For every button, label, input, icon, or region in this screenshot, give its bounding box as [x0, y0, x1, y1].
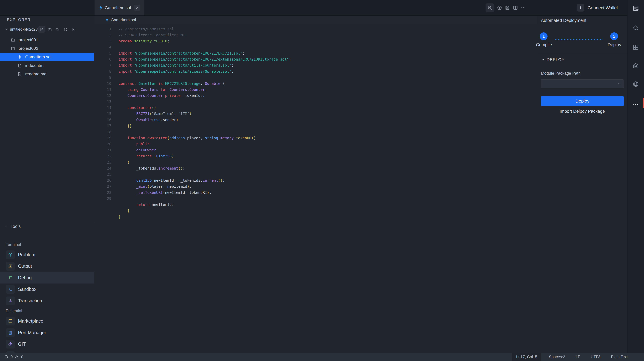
tool-item-label: Transaction	[18, 298, 42, 304]
close-icon	[136, 6, 139, 9]
line-content: import "@openzeppelin/contracts/utils/Co…	[118, 62, 234, 68]
tool-item-label: Sandbox	[18, 287, 36, 292]
code-line: 26 uint256 newItemId = _tokenIds.current…	[94, 177, 537, 184]
line-content: import "@openzeppelin/contracts/access/O…	[118, 68, 234, 74]
line-content: import "@openzeppelin/contracts/token/ER…	[118, 50, 245, 56]
file-tree: project001project002GameItem.solindex.ht…	[0, 35, 94, 78]
tool-item-transaction[interactable]: Transaction	[0, 295, 94, 307]
tools-section-header[interactable]: Tools	[4, 224, 21, 229]
error-count: 0	[10, 355, 12, 359]
status-item-ln17-col15[interactable]: Ln17, Col15	[512, 353, 541, 361]
tools-list: TerminalProblemOutputDebugSandboxTransac…	[0, 240, 94, 361]
more-horizontal-icon[interactable]	[521, 5, 526, 10]
line-content: Counters.Counter private _tokenIds;	[118, 93, 205, 99]
search-icon[interactable]	[632, 24, 639, 31]
import-deploy-package-link[interactable]: Import Delpoy Package	[537, 109, 627, 114]
save-icon[interactable]	[505, 5, 510, 10]
tool-item-sandbox[interactable]: Sandbox	[0, 284, 94, 295]
tool-item-label: Debug	[18, 275, 32, 281]
line-number: 1	[94, 26, 111, 32]
code-line: 4	[94, 44, 537, 50]
tool-item-port-manager[interactable]: Port Manager	[0, 327, 94, 338]
workspace-row[interactable]: untitled-bfd2c23...	[0, 25, 94, 33]
code-home-icon[interactable]	[632, 62, 639, 69]
folder-icon	[11, 46, 15, 51]
refresh-icon[interactable]	[62, 26, 69, 33]
plus-icon	[577, 4, 584, 11]
search-files-icon[interactable]	[54, 26, 61, 33]
tool-item-marketplace[interactable]: Marketplace	[0, 315, 94, 327]
chevron-down-icon	[618, 82, 621, 86]
code-line: 15 ERC721("GameItem", "ITM")	[94, 111, 537, 117]
code-line: 21 onlyOwner	[94, 147, 537, 153]
step-compile-label: Compile	[536, 42, 552, 47]
deploy-section-header[interactable]: DEPLOY	[541, 57, 565, 62]
tool-group-label: Terminal	[0, 240, 94, 249]
deploy-button[interactable]: Deploy	[541, 96, 624, 106]
line-number: 11	[94, 87, 111, 93]
workspace-name: untitled-bfd2c23...	[10, 27, 41, 32]
tools-header-label: Tools	[10, 224, 21, 229]
code-area[interactable]: 1// contracts/GameItem.sol2// SPDX-Licen…	[94, 26, 537, 220]
tool-item-problem[interactable]: Problem	[0, 249, 94, 260]
status-item-spaces-2[interactable]: Spaces:2	[545, 353, 569, 361]
folder-icon	[11, 38, 15, 42]
step-deploy[interactable]: 2	[610, 32, 618, 40]
tool-item-output[interactable]: Output	[0, 260, 94, 272]
zoom-out-icon[interactable]	[486, 3, 494, 12]
file-row-gameitem-sol[interactable]: GameItem.sol	[0, 53, 94, 61]
file-row-project001[interactable]: project001	[0, 35, 94, 44]
line-content: pragma solidity ^0.8.0;	[118, 38, 170, 44]
code-line: 19 function awardItem(address player, st…	[94, 135, 537, 141]
markdown-file-icon	[18, 72, 22, 76]
code-line: 18	[94, 129, 537, 135]
zoom-in-icon[interactable]	[497, 5, 502, 10]
git-icon	[6, 340, 15, 349]
problem-icon	[6, 250, 15, 259]
line-number: 12	[94, 93, 111, 99]
line-number: 13	[94, 99, 111, 105]
module-package-path-select[interactable]	[541, 79, 624, 88]
divider	[537, 54, 627, 54]
breadcrumb[interactable]: GameItem.sol	[94, 16, 537, 24]
tab-gameitem[interactable]: GameItem.sol	[94, 0, 144, 15]
line-content: {}	[118, 123, 132, 129]
code-line: }	[94, 214, 537, 220]
error-icon	[4, 355, 8, 359]
split-editor-icon[interactable]	[513, 5, 518, 10]
line-number: 10	[94, 81, 111, 87]
line-content: function awardItem(address player, strin…	[118, 135, 256, 141]
line-number: 18	[94, 129, 111, 135]
tool-item-git[interactable]: GIT	[0, 338, 94, 350]
status-item-plain-text[interactable]: Plain Text	[607, 353, 632, 361]
line-content: _setTokenURI(newItemId, tokenURI);	[118, 190, 212, 196]
file-name: readme.md	[25, 72, 46, 76]
apps-grid-icon[interactable]	[632, 44, 639, 50]
line-number: 17	[94, 123, 111, 129]
status-item-utf8[interactable]: UTF8	[586, 353, 605, 361]
problems-summary[interactable]: 0 0	[4, 353, 23, 361]
line-content: // SPDX-License-Identifier: MIT	[118, 32, 187, 38]
step-compile[interactable]: 1	[540, 32, 548, 40]
breadcrumb-label: GameItem.sol	[111, 18, 136, 22]
collapse-all-icon[interactable]	[70, 26, 77, 33]
line-number: 25	[94, 171, 111, 177]
deployment-panel-icon[interactable]	[632, 5, 639, 11]
file-row-project002[interactable]: project002	[0, 44, 94, 53]
web-icon[interactable]	[632, 81, 639, 87]
connect-wallet-button[interactable]: Connect Wallet	[577, 0, 618, 15]
explorer-sidebar: EXPLORER untitled-bfd2c23... project001p…	[0, 16, 94, 353]
more-horizontal-icon[interactable]	[632, 101, 639, 107]
file-row-index-html[interactable]: index.html	[0, 61, 94, 70]
step-deploy-label: Deploy	[608, 42, 621, 47]
tool-item-debug[interactable]: Debug	[0, 272, 94, 284]
line-content: import "@openzeppelin/contracts/token/ER…	[118, 56, 291, 62]
new-folder-icon[interactable]	[46, 26, 53, 33]
file-row-readme-md[interactable]: readme.md	[0, 70, 94, 78]
code-line: 5import "@openzeppelin/contracts/token/E…	[94, 50, 537, 56]
solidity-file-icon	[105, 18, 109, 22]
new-file-icon[interactable]	[38, 26, 45, 33]
close-tab-button[interactable]	[134, 5, 140, 11]
code-line: 25	[94, 171, 537, 177]
status-item-lf[interactable]: LF	[572, 353, 584, 361]
